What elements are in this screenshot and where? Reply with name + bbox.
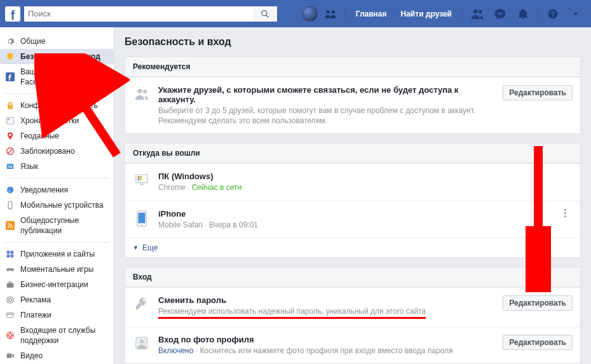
sidebar-item-language[interactable]: AaЯзык	[0, 159, 114, 174]
edit-button[interactable]: Редактировать	[503, 85, 573, 100]
row-title: Вход по фото профиля	[158, 335, 498, 344]
session-more-menu[interactable]	[557, 209, 573, 217]
sidebar-item-timeline[interactable]: Хроника и метки	[0, 113, 114, 128]
notifications-icon[interactable]	[515, 6, 531, 22]
svg-text:?: ?	[551, 10, 555, 17]
main-content: Безопасность и вход Рекомендуется Укажит…	[114, 27, 591, 364]
block-icon	[5, 146, 15, 156]
row-subtitle: Рекомендуем использовать надежный пароль…	[158, 306, 498, 319]
sidebar-item-label: Приложения и сайты	[20, 249, 109, 259]
svg-rect-19	[9, 282, 11, 283]
video-icon	[5, 351, 15, 361]
sidebar-item-ads[interactable]: Реклама	[0, 292, 114, 307]
session-sub: Mobile Safari · Вчера в 09:01	[158, 220, 557, 230]
avatar[interactable]	[302, 6, 318, 22]
svg-point-13	[8, 227, 9, 228]
svg-rect-14	[7, 251, 10, 254]
sidebar-item-payments[interactable]: Платежи	[0, 307, 114, 323]
recommended-card: Рекомендуется Укажите друзей, с которыми…	[125, 57, 581, 134]
sidebar-item-your-info[interactable]: Ваша информация на Facebook	[0, 64, 114, 90]
sessions-card: Откуда вы вошли ПК (Windows) Chrome · Се…	[125, 143, 581, 257]
divider	[345, 8, 346, 20]
friend-requests-icon[interactable]	[470, 6, 485, 22]
card-heading: Рекомендуется	[125, 57, 580, 77]
sidebar-item-notifications[interactable]: Уведомления	[0, 182, 114, 198]
sidebar-item-label: Моментальные игры	[20, 264, 109, 274]
sidebar-item-business[interactable]: Бизнес-интеграции	[0, 277, 114, 292]
svg-point-25	[9, 334, 12, 337]
search-button[interactable]	[253, 6, 277, 22]
svg-point-11	[10, 208, 10, 208]
edit-button[interactable]: Редактировать	[503, 335, 573, 350]
lock-icon	[5, 100, 15, 111]
target-icon	[5, 295, 15, 305]
messenger-icon[interactable]	[492, 6, 508, 22]
help-icon[interactable]: ?	[545, 6, 560, 22]
sidebar-item-blocking[interactable]: Заблокировано	[0, 144, 114, 159]
monitor-icon	[133, 172, 151, 187]
edit-button[interactable]: Редактировать	[503, 295, 573, 311]
lifebuoy-icon	[5, 330, 15, 340]
show-more[interactable]: ▼Еще	[125, 238, 580, 257]
row-subtitle: Включено · Коснитесь или нажмите фото пр…	[158, 346, 498, 356]
shield-icon	[5, 51, 15, 62]
divider	[538, 8, 538, 20]
gear-icon	[5, 36, 15, 46]
sidebar-item-mobile[interactable]: Мобильные устройства	[0, 198, 114, 213]
card-icon	[5, 310, 15, 320]
svg-point-35	[141, 224, 142, 226]
svg-rect-12	[6, 221, 15, 230]
phone-icon	[133, 209, 151, 227]
sidebar-item-label: Общедоступные публикации	[20, 215, 109, 236]
sidebar-item-privacy[interactable]: Конфиденциальность	[0, 98, 114, 113]
search-wrap	[24, 6, 277, 22]
sidebar-separator	[5, 178, 109, 179]
sidebar-item-videos[interactable]: Видео	[0, 348, 114, 363]
sidebar-item-security[interactable]: Безопасность и вход	[0, 49, 114, 64]
svg-rect-23	[7, 314, 14, 314]
sidebar-separator	[5, 93, 109, 94]
sidebar-item-label: Реклама	[20, 295, 109, 305]
login-card: Вход Сменить пароль Рекомендуем использо…	[125, 267, 581, 364]
sidebar-separator	[5, 242, 109, 243]
svg-point-37	[140, 339, 144, 343]
svg-rect-31	[140, 179, 142, 181]
sidebar-item-location[interactable]: Геоданные	[0, 128, 114, 144]
topbar-right: Главная Найти друзей ?	[302, 6, 586, 22]
svg-text:Aa: Aa	[8, 165, 13, 168]
apps-icon	[5, 249, 15, 259]
find-friends-link[interactable]: Найти друзей	[395, 10, 458, 18]
sidebar-item-label: Общие	[20, 36, 109, 46]
globe-icon	[5, 185, 15, 195]
sidebar-item-label: Платежи	[20, 310, 109, 320]
row-title: Сменить пароль	[158, 295, 498, 305]
sidebar-item-label: Мобильные устройства	[20, 200, 109, 210]
facebook-logo[interactable]: f	[5, 6, 20, 22]
avatar-square-icon	[133, 335, 151, 350]
search-icon	[261, 10, 269, 18]
svg-rect-15	[11, 251, 14, 254]
sidebar-item-support-inbox[interactable]: Входящие от службы поддержки	[0, 323, 114, 348]
session-title: iPhone	[158, 209, 557, 219]
session-sub: Chrome · Сейчас в сети	[158, 182, 573, 192]
key-icon	[133, 295, 151, 311]
sidebar-item-label: Видео	[20, 351, 109, 361]
mobile-icon	[5, 200, 15, 210]
facebook-small-icon	[5, 72, 15, 82]
svg-rect-4	[8, 119, 10, 121]
svg-rect-32	[140, 184, 144, 185]
home-link[interactable]: Главная	[350, 10, 393, 18]
sidebar-item-instant-games[interactable]: Моментальные игры	[0, 262, 114, 277]
sidebar-item-public-posts[interactable]: Общедоступные публикации	[0, 213, 114, 238]
sidebar-item-label: Язык	[20, 161, 109, 172]
privacy-shortcut-icon[interactable]	[323, 6, 338, 22]
sidebar-item-general[interactable]: Общие	[0, 34, 114, 49]
topbar: f Главная Найти друзей ?	[0, 0, 591, 27]
dropdown-icon[interactable]	[568, 6, 583, 22]
svg-rect-17	[11, 255, 14, 258]
search-input[interactable]	[24, 6, 253, 22]
sidebar-item-label: Уведомления	[20, 185, 109, 195]
sidebar-item-apps[interactable]: Приложения и сайты	[0, 246, 114, 262]
row-title: Укажите друзей, с которыми сможете связа…	[158, 85, 498, 104]
divider	[462, 8, 463, 20]
